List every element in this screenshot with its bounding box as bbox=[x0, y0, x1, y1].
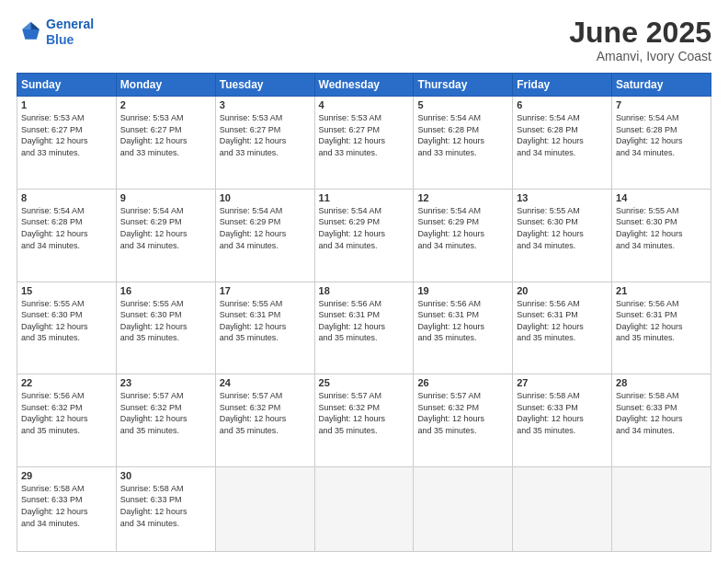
day-number: 13 bbox=[517, 192, 608, 203]
calendar-cell: 5Sunrise: 5:54 AM Sunset: 6:28 PM Daylig… bbox=[414, 97, 513, 190]
calendar-cell: 9Sunrise: 5:54 AM Sunset: 6:29 PM Daylig… bbox=[116, 189, 215, 282]
day-info: Sunrise: 5:58 AM Sunset: 6:33 PM Dayligh… bbox=[517, 390, 608, 436]
day-info: Sunrise: 5:54 AM Sunset: 6:28 PM Dayligh… bbox=[417, 112, 508, 158]
calendar-week-2: 8Sunrise: 5:54 AM Sunset: 6:28 PM Daylig… bbox=[17, 189, 711, 282]
col-thursday: Thursday bbox=[414, 74, 513, 97]
day-info: Sunrise: 5:58 AM Sunset: 6:33 PM Dayligh… bbox=[616, 390, 707, 436]
day-number: 25 bbox=[319, 377, 410, 388]
calendar-cell: 10Sunrise: 5:54 AM Sunset: 6:29 PM Dayli… bbox=[215, 189, 314, 282]
calendar-cell: 22Sunrise: 5:56 AM Sunset: 6:32 PM Dayli… bbox=[17, 374, 117, 467]
day-number: 21 bbox=[616, 285, 707, 296]
logo-text: General Blue bbox=[46, 17, 94, 48]
day-number: 18 bbox=[319, 285, 410, 296]
calendar-cell: 24Sunrise: 5:57 AM Sunset: 6:32 PM Dayli… bbox=[215, 374, 314, 467]
day-number: 23 bbox=[120, 377, 211, 388]
day-info: Sunrise: 5:55 AM Sunset: 6:31 PM Dayligh… bbox=[220, 298, 311, 344]
calendar-week-3: 15Sunrise: 5:55 AM Sunset: 6:30 PM Dayli… bbox=[17, 282, 711, 374]
day-number: 11 bbox=[319, 192, 410, 203]
calendar-cell: 16Sunrise: 5:55 AM Sunset: 6:30 PM Dayli… bbox=[116, 282, 215, 374]
day-info: Sunrise: 5:53 AM Sunset: 6:27 PM Dayligh… bbox=[319, 112, 410, 158]
day-info: Sunrise: 5:54 AM Sunset: 6:28 PM Dayligh… bbox=[21, 205, 112, 251]
calendar-cell: 19Sunrise: 5:56 AM Sunset: 6:31 PM Dayli… bbox=[414, 282, 513, 374]
header: General Blue June 2025 Amanvi, Ivory Coa… bbox=[17, 17, 711, 63]
day-number: 5 bbox=[417, 99, 508, 110]
day-number: 27 bbox=[517, 377, 608, 388]
day-info: Sunrise: 5:57 AM Sunset: 6:32 PM Dayligh… bbox=[417, 390, 508, 436]
calendar-cell: 23Sunrise: 5:57 AM Sunset: 6:32 PM Dayli… bbox=[116, 374, 215, 467]
day-info: Sunrise: 5:56 AM Sunset: 6:31 PM Dayligh… bbox=[517, 298, 608, 344]
calendar-cell: 30Sunrise: 5:58 AM Sunset: 6:33 PM Dayli… bbox=[116, 466, 215, 551]
day-info: Sunrise: 5:54 AM Sunset: 6:28 PM Dayligh… bbox=[616, 112, 707, 158]
calendar-cell: 8Sunrise: 5:54 AM Sunset: 6:28 PM Daylig… bbox=[17, 189, 117, 282]
day-info: Sunrise: 5:56 AM Sunset: 6:32 PM Dayligh… bbox=[21, 390, 112, 436]
calendar-cell: 15Sunrise: 5:55 AM Sunset: 6:30 PM Dayli… bbox=[17, 282, 117, 374]
svg-marker-2 bbox=[22, 22, 30, 29]
day-info: Sunrise: 5:54 AM Sunset: 6:28 PM Dayligh… bbox=[517, 112, 608, 158]
calendar-header-row: Sunday Monday Tuesday Wednesday Thursday… bbox=[17, 74, 711, 97]
calendar-cell: 20Sunrise: 5:56 AM Sunset: 6:31 PM Dayli… bbox=[513, 282, 612, 374]
col-saturday: Saturday bbox=[612, 74, 711, 97]
day-number: 22 bbox=[21, 377, 112, 388]
calendar-cell: 14Sunrise: 5:55 AM Sunset: 6:30 PM Dayli… bbox=[612, 189, 711, 282]
calendar-cell bbox=[513, 466, 612, 551]
calendar-week-5: 29Sunrise: 5:58 AM Sunset: 6:33 PM Dayli… bbox=[17, 466, 711, 551]
calendar-cell bbox=[612, 466, 711, 551]
day-info: Sunrise: 5:54 AM Sunset: 6:29 PM Dayligh… bbox=[120, 205, 211, 251]
day-info: Sunrise: 5:54 AM Sunset: 6:29 PM Dayligh… bbox=[220, 205, 311, 251]
day-info: Sunrise: 5:58 AM Sunset: 6:33 PM Dayligh… bbox=[21, 483, 112, 529]
calendar-cell: 29Sunrise: 5:58 AM Sunset: 6:33 PM Dayli… bbox=[17, 466, 117, 551]
calendar-cell: 13Sunrise: 5:55 AM Sunset: 6:30 PM Dayli… bbox=[513, 189, 612, 282]
logo: General Blue bbox=[17, 17, 94, 48]
calendar-cell: 17Sunrise: 5:55 AM Sunset: 6:31 PM Dayli… bbox=[215, 282, 314, 374]
calendar-cell bbox=[414, 466, 513, 551]
day-number: 29 bbox=[21, 470, 112, 481]
calendar-cell bbox=[215, 466, 314, 551]
day-number: 16 bbox=[120, 285, 211, 296]
calendar-cell bbox=[314, 466, 414, 551]
svg-marker-1 bbox=[31, 22, 40, 29]
day-info: Sunrise: 5:54 AM Sunset: 6:29 PM Dayligh… bbox=[319, 205, 410, 251]
calendar-cell: 11Sunrise: 5:54 AM Sunset: 6:29 PM Dayli… bbox=[314, 189, 414, 282]
calendar-cell: 1Sunrise: 5:53 AM Sunset: 6:27 PM Daylig… bbox=[17, 97, 117, 190]
calendar-week-1: 1Sunrise: 5:53 AM Sunset: 6:27 PM Daylig… bbox=[17, 97, 711, 190]
day-info: Sunrise: 5:55 AM Sunset: 6:30 PM Dayligh… bbox=[616, 205, 707, 251]
calendar-cell: 2Sunrise: 5:53 AM Sunset: 6:27 PM Daylig… bbox=[116, 97, 215, 190]
col-tuesday: Tuesday bbox=[215, 74, 314, 97]
calendar-cell: 27Sunrise: 5:58 AM Sunset: 6:33 PM Dayli… bbox=[513, 374, 612, 467]
calendar-cell: 3Sunrise: 5:53 AM Sunset: 6:27 PM Daylig… bbox=[215, 97, 314, 190]
day-number: 1 bbox=[21, 99, 112, 110]
day-number: 8 bbox=[21, 192, 112, 203]
day-info: Sunrise: 5:56 AM Sunset: 6:31 PM Dayligh… bbox=[319, 298, 410, 344]
calendar-cell: 25Sunrise: 5:57 AM Sunset: 6:32 PM Dayli… bbox=[314, 374, 414, 467]
col-wednesday: Wednesday bbox=[314, 74, 414, 97]
day-info: Sunrise: 5:56 AM Sunset: 6:31 PM Dayligh… bbox=[417, 298, 508, 344]
day-number: 30 bbox=[120, 470, 211, 481]
calendar-cell: 4Sunrise: 5:53 AM Sunset: 6:27 PM Daylig… bbox=[314, 97, 414, 190]
day-number: 14 bbox=[616, 192, 707, 203]
day-number: 6 bbox=[517, 99, 608, 110]
day-info: Sunrise: 5:55 AM Sunset: 6:30 PM Dayligh… bbox=[517, 205, 608, 251]
day-number: 26 bbox=[417, 377, 508, 388]
calendar-cell: 6Sunrise: 5:54 AM Sunset: 6:28 PM Daylig… bbox=[513, 97, 612, 190]
day-info: Sunrise: 5:53 AM Sunset: 6:27 PM Dayligh… bbox=[120, 112, 211, 158]
day-info: Sunrise: 5:57 AM Sunset: 6:32 PM Dayligh… bbox=[220, 390, 311, 436]
calendar-table: Sunday Monday Tuesday Wednesday Thursday… bbox=[17, 73, 711, 552]
calendar-cell: 26Sunrise: 5:57 AM Sunset: 6:32 PM Dayli… bbox=[414, 374, 513, 467]
day-info: Sunrise: 5:57 AM Sunset: 6:32 PM Dayligh… bbox=[120, 390, 211, 436]
day-info: Sunrise: 5:55 AM Sunset: 6:30 PM Dayligh… bbox=[21, 298, 112, 344]
day-info: Sunrise: 5:54 AM Sunset: 6:29 PM Dayligh… bbox=[417, 205, 508, 251]
month-title: June 2025 bbox=[569, 17, 711, 49]
calendar-cell: 12Sunrise: 5:54 AM Sunset: 6:29 PM Dayli… bbox=[414, 189, 513, 282]
day-number: 4 bbox=[319, 99, 410, 110]
col-friday: Friday bbox=[513, 74, 612, 97]
day-number: 9 bbox=[120, 192, 211, 203]
day-info: Sunrise: 5:56 AM Sunset: 6:31 PM Dayligh… bbox=[616, 298, 707, 344]
calendar-cell: 18Sunrise: 5:56 AM Sunset: 6:31 PM Dayli… bbox=[314, 282, 414, 374]
day-number: 2 bbox=[120, 99, 211, 110]
day-number: 19 bbox=[417, 285, 508, 296]
day-info: Sunrise: 5:58 AM Sunset: 6:33 PM Dayligh… bbox=[120, 483, 211, 529]
day-number: 15 bbox=[21, 285, 112, 296]
col-sunday: Sunday bbox=[17, 74, 117, 97]
calendar-cell: 7Sunrise: 5:54 AM Sunset: 6:28 PM Daylig… bbox=[612, 97, 711, 190]
logo-icon bbox=[17, 19, 42, 45]
